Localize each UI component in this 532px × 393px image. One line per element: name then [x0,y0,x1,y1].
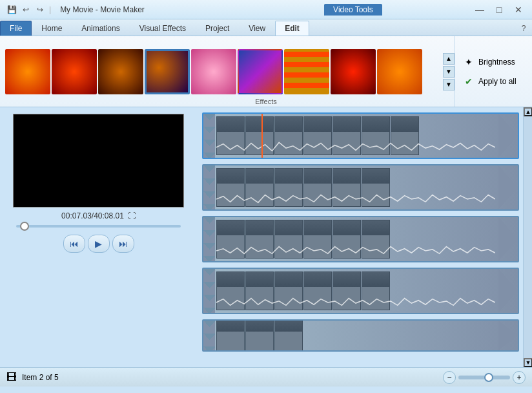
effect-thumb-2[interactable] [52,49,97,94]
timeline-area: ▲ ▼ [197,107,532,367]
main-content: 00:07.03/40:08.01 ⛶ ⏮ ▶ ⏭ [0,107,532,367]
apply-to-action[interactable]: ✔ Apply to all [460,74,527,89]
tab-project[interactable]: Project [196,21,239,36]
scroll-track[interactable] [524,116,532,358]
brightness-label: Brightness [478,58,515,67]
effect-thumb-8[interactable] [331,49,376,94]
effects-strip [0,47,442,97]
film-strip-icon: 🎞 [6,372,17,383]
effect-thumb-3[interactable] [98,49,143,94]
scroll-up-btn[interactable]: ▲ [524,107,532,116]
timecode: 00:07.03/40:08.01 ⛶ [61,211,136,220]
effect-thumb-7[interactable] [284,49,329,94]
ribbon-tabs: File Home Animations Visual Effects Proj… [0,19,532,36]
waveform-svg [216,191,495,207]
quick-access: 💾 ↩ ↪ | [5,3,52,16]
tab-visual-effects[interactable]: Visual Effects [130,21,196,36]
apply-to-icon: ✔ [463,76,475,87]
video-tools-label: Video Tools [324,4,382,16]
clip-row-3[interactable] [202,216,519,262]
redo-button[interactable]: ↪ [34,3,46,16]
title-bar: 💾 ↩ ↪ | My Movie - Movie Maker Video Too… [0,0,532,19]
ribbon-content: ▲ ▼ ▼ Effects ✦ Brightness ✔ Apply to al… [0,36,532,107]
tab-edit[interactable]: Edit [275,21,309,36]
effect-thumb-1[interactable] [5,49,50,94]
timecode-value: 00:07.03/40:08.01 [61,211,124,220]
waveform-svg [216,140,495,155]
apply-to-label: Apply to all [478,77,517,86]
minimize-button[interactable]: — [471,3,488,16]
scroll-more-button[interactable]: ▼ [443,79,455,90]
undo-button[interactable]: ↩ [19,3,32,16]
zoom-in-button[interactable]: + [513,371,526,384]
clip-row-2[interactable] [202,164,519,211]
window-controls: — □ ✕ [471,3,527,16]
zoom-controls: − + [443,371,526,384]
app-title: My Movie - Movie Maker [60,5,145,14]
scroll-down-button[interactable]: ▼ [443,66,455,78]
timeline-scrollbar: ▲ ▼ [523,107,532,367]
status-label: Item 2 of 5 [22,373,59,382]
effects-label: Effects [255,98,276,105]
play-button[interactable]: ▶ [88,235,110,253]
tab-view[interactable]: View [239,21,275,36]
timecode-icon: ⛶ [128,211,136,220]
rewind-button[interactable]: ⏮ [63,235,85,253]
scroll-down-btn[interactable]: ▼ [524,358,532,367]
waveform-svg [216,295,495,310]
clip-waveform-1 [216,140,495,155]
brightness-action[interactable]: ✦ Brightness [460,55,527,69]
effect-thumb-6[interactable] [238,49,283,94]
zoom-out-button[interactable]: − [443,371,456,384]
title-bar-left: 💾 ↩ ↪ | My Movie - Movie Maker [5,3,145,16]
ribbon-right: ✦ Brightness ✔ Apply to all [455,36,532,107]
effect-thumb-5[interactable] [191,49,236,94]
seek-track [16,225,181,228]
effect-thumb-9[interactable] [377,49,422,94]
seek-bar[interactable] [16,224,181,228]
maximize-button[interactable]: □ [491,3,507,16]
zoom-slider[interactable] [458,376,510,379]
clip-thumbnails-5 [203,321,518,350]
tab-home[interactable]: Home [32,21,72,36]
close-button[interactable]: ✕ [510,3,527,16]
playback-controls: ⏮ ▶ ⏭ [63,235,134,253]
clip-thumb [245,321,274,350]
clip-thumb [274,321,303,350]
scroll-up-button[interactable]: ▲ [443,53,455,65]
tab-animations[interactable]: Animations [72,21,129,36]
clip-waveform-2 [216,191,495,207]
zoom-thumb [484,373,493,382]
clip-thumb [216,321,245,350]
effect-thumb-4[interactable] [145,49,190,94]
waveform-svg [216,243,495,259]
clip-waveform-3 [216,243,495,259]
clips-container [197,107,532,357]
forward-button[interactable]: ⏭ [112,235,134,253]
tab-file[interactable]: File [0,21,32,36]
ribbon-scroll: ▲ ▼ ▼ [443,53,455,90]
brightness-icon: ✦ [463,56,475,68]
playhead [261,114,263,158]
clip-row-1[interactable] [202,112,519,159]
preview-screen [13,114,184,207]
help-button[interactable]: ? [515,21,532,36]
seek-thumb[interactable] [20,222,29,231]
save-button[interactable]: 💾 [5,3,18,16]
clip-row-5[interactable] [202,319,519,352]
clip-waveform-4 [216,295,495,310]
preview-panel: 00:07.03/40:08.01 ⛶ ⏮ ▶ ⏭ [0,107,197,367]
status-bar: 🎞 Item 2 of 5 − + [0,367,532,387]
clip-row-4[interactable] [202,268,519,314]
